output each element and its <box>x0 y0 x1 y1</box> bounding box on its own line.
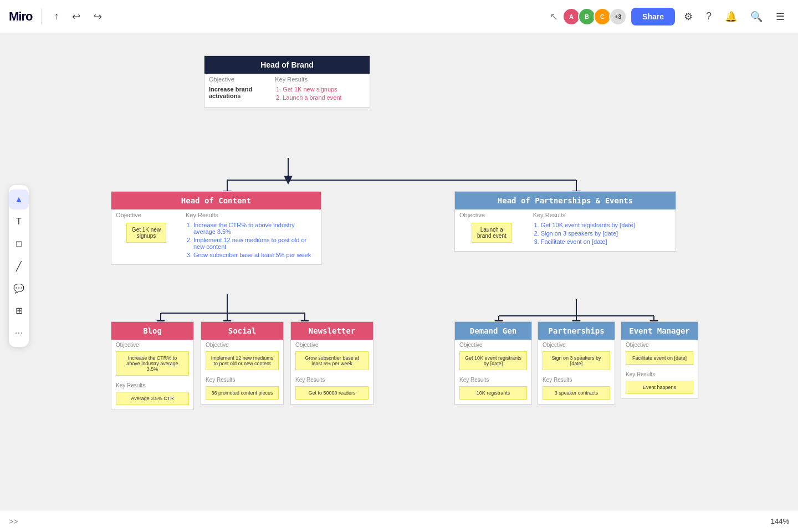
demand-gen-card-inner: Demand Gen Objective Get 10K event regis… <box>454 321 532 405</box>
line-tool[interactable]: ╱ <box>9 256 29 276</box>
blog-obj-label: Objective <box>111 340 193 349</box>
share-button[interactable]: Share <box>631 8 675 25</box>
avatar-group: A B C +3 <box>562 8 627 25</box>
hob-key-results: Get 1K new signups Launch a brand event <box>270 84 370 107</box>
undo-button[interactable]: ↩ <box>69 7 84 26</box>
demand-gen-obj-label: Objective <box>455 340 531 349</box>
hoc-key-results: Increase the CTR% to above industry aver… <box>181 219 321 264</box>
head-of-partnerships-card-inner: Head of Partnerships & Events Objective … <box>454 191 676 252</box>
demand-gen-kr-label: Key Results <box>455 375 531 384</box>
head-of-brand-card-inner: Head of Brand Objective Key Results Incr… <box>204 55 370 108</box>
cursor-icon: ↖ <box>550 11 558 23</box>
upload-button[interactable]: ↑ <box>50 7 62 25</box>
head-of-brand-card: Head of Brand Objective Key Results Incr… <box>204 55 370 108</box>
demand-gen-sticky-kr: 10K registrants <box>459 386 527 400</box>
hob-objective: Increase brand activations <box>204 84 270 107</box>
bottom-bar: >> 144% <box>0 510 798 532</box>
newsletter-title: Newsletter <box>291 322 373 340</box>
social-card: Social Objective Implement 12 new medium… <box>201 321 284 405</box>
hop-kr-label: Key Results <box>529 209 676 219</box>
canvas[interactable]: Head of Brand Objective Key Results Incr… <box>0 33 798 532</box>
demand-gen-sticky-obj: Get 10K event registrants by [date] <box>459 351 527 370</box>
event-manager-kr-label: Key Results <box>621 369 698 378</box>
head-of-content-card: Head of Content Objective Key Results Ge… <box>111 191 321 265</box>
event-manager-obj-label: Objective <box>621 340 698 349</box>
blog-title: Blog <box>111 322 193 340</box>
hob-obj-label: Objective <box>204 74 270 84</box>
left-toolbar: ▲ T □ ╱ 💬 ⊞ ··· <box>9 185 29 347</box>
hop-obj-label: Objective <box>455 209 529 219</box>
zoom-level: 144% <box>771 517 789 525</box>
head-of-content-card-inner: Head of Content Objective Key Results Ge… <box>111 191 321 265</box>
search-icon[interactable]: 🔍 <box>746 7 767 26</box>
newsletter-card: Newsletter Objective Grow subscriber bas… <box>290 321 374 405</box>
blog-card: Blog Objective Increase the CTR% to abov… <box>111 321 194 410</box>
expand-panel-button[interactable]: >> <box>9 517 18 526</box>
comment-tool[interactable]: 💬 <box>9 278 29 298</box>
text-tool[interactable]: T <box>9 212 29 232</box>
cursor-tool[interactable]: ▲ <box>9 190 29 209</box>
social-card-inner: Social Objective Implement 12 new medium… <box>201 321 284 405</box>
partnerships-title: Partnerships <box>538 322 615 340</box>
head-of-content-title: Head of Content <box>111 192 321 209</box>
social-title: Social <box>201 322 283 340</box>
partnerships-card: Partnerships Objective Sign on 3 speaker… <box>538 321 615 405</box>
head-of-brand-title: Head of Brand <box>204 56 370 74</box>
social-sticky-kr: 36 promoted content pieces <box>206 386 279 400</box>
event-manager-card: Event Manager Objective Facilitate event… <box>621 321 698 399</box>
menu-icon[interactable]: ☰ <box>771 7 789 26</box>
hop-sticky: Launch a brand event <box>472 223 511 243</box>
avatar-count: +3 <box>609 8 627 25</box>
event-manager-sticky-kr: Event happens <box>626 381 693 394</box>
miro-logo: Miro <box>9 9 32 24</box>
head-of-partnerships-title: Head of Partnerships & Events <box>455 192 676 209</box>
divider <box>41 8 42 25</box>
social-obj-label: Objective <box>201 340 283 349</box>
frame-tool[interactable]: ⊞ <box>9 300 29 320</box>
newsletter-kr-label: Key Results <box>291 375 373 384</box>
event-manager-sticky-obj: Facilitate event on [date] <box>626 351 693 365</box>
partnerships-obj-label: Objective <box>538 340 615 349</box>
notifications-icon[interactable]: 🔔 <box>720 7 741 26</box>
event-manager-title: Event Manager <box>621 322 698 340</box>
redo-button[interactable]: ↪ <box>90 7 105 26</box>
partnerships-sticky-obj: Sign on 3 speakers by [date] <box>543 351 610 370</box>
hoc-kr-label: Key Results <box>181 209 321 219</box>
demand-gen-title: Demand Gen <box>455 322 531 340</box>
social-kr-label: Key Results <box>201 375 283 384</box>
partnerships-kr-label: Key Results <box>538 375 615 384</box>
settings-icon[interactable]: ⚙ <box>679 7 697 26</box>
hob-kr-label: Key Results <box>270 74 370 84</box>
blog-kr-label: Key Results <box>111 380 193 390</box>
navbar-left: Miro ↑ ↩ ↪ <box>9 7 105 26</box>
newsletter-card-inner: Newsletter Objective Grow subscriber bas… <box>290 321 374 405</box>
navbar-right: ↖ A B C +3 Share ⚙ ? 🔔 🔍 ☰ <box>550 7 789 26</box>
navbar: Miro ↑ ↩ ↪ ↖ A B C +3 Share ⚙ ? 🔔 🔍 ☰ <box>0 0 798 33</box>
note-tool[interactable]: □ <box>9 234 29 254</box>
event-manager-card-inner: Event Manager Objective Facilitate event… <box>621 321 698 399</box>
blog-sticky-kr: Average 3.5% CTR <box>116 392 189 405</box>
newsletter-sticky-kr: Get to 50000 readers <box>295 386 369 400</box>
partnerships-card-inner: Partnerships Objective Sign on 3 speaker… <box>538 321 615 405</box>
help-icon[interactable]: ? <box>702 7 716 25</box>
connectors-svg <box>111 50 720 521</box>
hoc-obj-label: Objective <box>111 209 181 219</box>
hop-key-results: Get 10K event registrants by [date] Sign… <box>529 219 676 251</box>
hoc-sticky: Get 1K new signups <box>126 223 166 243</box>
more-tools[interactable]: ··· <box>9 323 29 342</box>
social-sticky-obj: Implement 12 new mediums to post old or … <box>206 351 279 370</box>
demand-gen-card: Demand Gen Objective Get 10K event regis… <box>454 321 532 405</box>
newsletter-sticky-obj: Grow subscriber base at least 5% per wee… <box>295 351 369 370</box>
head-of-partnerships-card: Head of Partnerships & Events Objective … <box>454 191 676 252</box>
newsletter-obj-label: Objective <box>291 340 373 349</box>
partnerships-sticky-kr: 3 speaker contracts <box>543 386 610 400</box>
blog-card-inner: Blog Objective Increase the CTR% to abov… <box>111 321 194 410</box>
blog-sticky-obj: Increase the CTR% to above industry aver… <box>116 351 189 376</box>
